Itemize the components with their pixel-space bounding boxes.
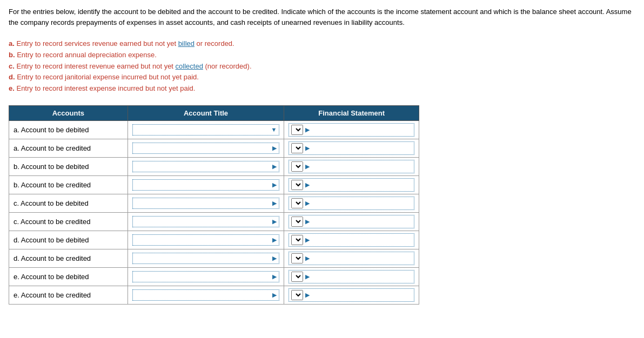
col-header-fin-stmt: Financial Statement: [284, 105, 419, 120]
entry-c: c. Entry to record interest revenue earn…: [9, 61, 635, 72]
table-container: Accounts Account Title Financial Stateme…: [9, 105, 635, 305]
entry-b: b. Entry to record annual depreciation e…: [9, 50, 635, 61]
fin-stmt-arrow-icon: ▶: [305, 218, 310, 225]
dropdown-small-arrow-icon: ▶: [272, 218, 277, 225]
fin-stmt-arrow-icon: ▶: [305, 126, 310, 133]
account-title-cell[interactable]: ▼: [128, 120, 284, 139]
fin-stmt-cell[interactable]: ▶: [284, 231, 419, 249]
dropdown-small-arrow-icon: ▶: [272, 200, 277, 207]
fin-stmt-cell[interactable]: ▶: [284, 175, 419, 194]
row-label: a. Account to be debited: [9, 120, 128, 139]
account-title-cell[interactable]: ▶: [128, 175, 284, 194]
entry-e: e. Entry to record interest expense incu…: [9, 83, 635, 94]
col-header-title: Account Title: [128, 105, 284, 120]
row-label: e. Account to be credited: [9, 286, 128, 304]
dropdown-small-arrow-icon: ▶: [272, 255, 277, 262]
account-title-cell[interactable]: ▶: [128, 267, 284, 286]
entry-d: d. Entry to record janitorial expense in…: [9, 72, 635, 83]
fin-stmt-arrow-icon: ▶: [305, 181, 310, 188]
dropdown-small-arrow-icon: ▶: [272, 163, 277, 170]
row-label: c. Account to be credited: [9, 212, 128, 231]
account-title-select[interactable]: [135, 254, 271, 262]
fin-stmt-select[interactable]: [291, 125, 303, 135]
row-label: c. Account to be debited: [9, 194, 128, 212]
fin-stmt-arrow-icon: ▶: [305, 145, 310, 152]
fin-stmt-arrow-icon: ▶: [305, 236, 310, 244]
dropdown-small-arrow-icon: ▶: [272, 181, 277, 188]
fin-stmt-arrow-icon: ▶: [305, 273, 310, 280]
account-title-select[interactable]: [135, 236, 271, 244]
account-title-select[interactable]: [135, 126, 269, 134]
dropdown-small-arrow-icon: ▶: [272, 145, 277, 152]
row-label: b. Account to be debited: [9, 157, 128, 175]
fin-stmt-arrow-icon: ▶: [305, 292, 310, 299]
fin-stmt-select[interactable]: [291, 253, 303, 263]
fin-stmt-cell[interactable]: ▶: [284, 139, 419, 157]
col-header-accounts: Accounts: [9, 105, 128, 120]
row-label: b. Account to be credited: [9, 175, 128, 194]
fin-stmt-cell[interactable]: ▶: [284, 194, 419, 212]
account-title-select[interactable]: [135, 144, 271, 152]
fin-stmt-cell[interactable]: ▶: [284, 267, 419, 286]
account-title-select[interactable]: [135, 199, 271, 207]
fin-stmt-arrow-icon: ▶: [305, 255, 310, 262]
account-title-cell[interactable]: ▶: [128, 139, 284, 157]
fin-stmt-cell[interactable]: ▶: [284, 120, 419, 139]
entry-a: a. Entry to record services revenue earn…: [9, 38, 635, 50]
table-row: d. Account to be credited ▶ ▶: [9, 249, 419, 267]
fin-stmt-cell[interactable]: ▶: [284, 286, 419, 304]
entries-section: a. Entry to record services revenue earn…: [9, 38, 635, 94]
dropdown-small-arrow-icon: ▶: [272, 273, 277, 280]
fin-stmt-select[interactable]: [291, 235, 303, 245]
fin-stmt-select[interactable]: [291, 272, 303, 282]
row-label: e. Account to be debited: [9, 267, 128, 286]
intro-paragraph: For the entries below, identify the acco…: [9, 6, 635, 28]
fin-stmt-arrow-icon: ▶: [305, 200, 310, 207]
dropdown-arrow-icon: ▼: [271, 126, 277, 133]
fin-stmt-select[interactable]: [291, 180, 303, 190]
table-row: c. Account to be debited ▶ ▶: [9, 194, 419, 212]
accounts-table: Accounts Account Title Financial Stateme…: [9, 105, 419, 305]
account-title-select[interactable]: [135, 181, 271, 189]
table-row: c. Account to be credited ▶ ▶: [9, 212, 419, 231]
account-title-cell[interactable]: ▶: [128, 286, 284, 304]
fin-stmt-select[interactable]: [291, 198, 303, 208]
account-title-select[interactable]: [135, 291, 271, 299]
account-title-cell[interactable]: ▶: [128, 194, 284, 212]
table-row: e. Account to be debited ▶ ▶: [9, 267, 419, 286]
fin-stmt-arrow-icon: ▶: [305, 163, 310, 170]
row-label: a. Account to be credited: [9, 139, 128, 157]
account-title-cell[interactable]: ▶: [128, 212, 284, 231]
fin-stmt-cell[interactable]: ▶: [284, 212, 419, 231]
row-label: d. Account to be debited: [9, 231, 128, 249]
account-title-select[interactable]: [135, 218, 271, 226]
dropdown-small-arrow-icon: ▶: [272, 236, 277, 244]
table-row: b. Account to be debited ▶ ▶: [9, 157, 419, 175]
table-row: a. Account to be debited ▼ ▶: [9, 120, 419, 139]
account-title-cell[interactable]: ▶: [128, 249, 284, 267]
table-row: a. Account to be credited ▶ ▶: [9, 139, 419, 157]
fin-stmt-select[interactable]: [291, 217, 303, 227]
row-label: d. Account to be credited: [9, 249, 128, 267]
fin-stmt-cell[interactable]: ▶: [284, 249, 419, 267]
fin-stmt-select[interactable]: [291, 290, 303, 300]
fin-stmt-select[interactable]: [291, 143, 303, 153]
account-title-select[interactable]: [135, 273, 271, 281]
table-row: e. Account to be credited ▶ ▶: [9, 286, 419, 304]
table-row: d. Account to be debited ▶ ▶: [9, 231, 419, 249]
account-title-cell[interactable]: ▶: [128, 231, 284, 249]
fin-stmt-select[interactable]: [291, 161, 303, 172]
fin-stmt-cell[interactable]: ▶: [284, 157, 419, 175]
dropdown-small-arrow-icon: ▶: [272, 292, 277, 299]
account-title-select[interactable]: [135, 163, 271, 171]
table-row: b. Account to be credited ▶ ▶: [9, 175, 419, 194]
account-title-cell[interactable]: ▶: [128, 157, 284, 175]
